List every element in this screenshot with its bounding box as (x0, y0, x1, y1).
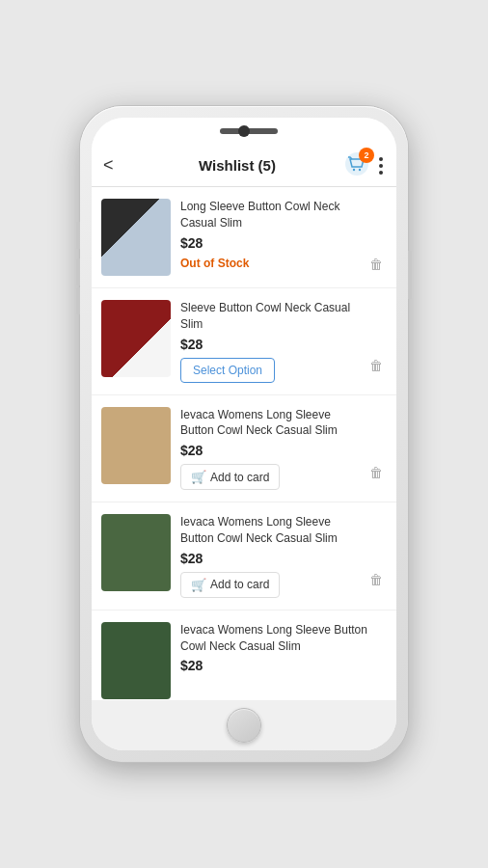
cart-btn-icon: 🛒 (191, 578, 206, 592)
item-image (101, 514, 171, 591)
delete-button[interactable]: 🗑 (366, 354, 387, 377)
item-action-row: 🛒 Add to card (180, 572, 356, 598)
item-details: Ievaca Womens Long Sleeve Button Cowl Ne… (180, 407, 356, 491)
item-name: Long Sleeve Button Cowl Neck Casual Slim (180, 199, 356, 231)
item-right: 🗑 (366, 514, 387, 591)
phone-frame: < Wishlist (5) 2 (80, 106, 408, 762)
wishlist-item: Sleeve Button Cowl Neck Casual Slim $28 … (92, 288, 396, 395)
delete-button[interactable]: 🗑 (366, 568, 387, 591)
item-price: $28 (180, 337, 356, 352)
item-price: $28 (180, 443, 356, 458)
app-header: < Wishlist (5) 2 (92, 145, 396, 187)
home-button[interactable] (227, 708, 261, 743)
svg-point-1 (353, 168, 355, 170)
add-to-cart-button[interactable]: 🛒 Add to card (180, 464, 280, 490)
item-right: 🗑 (366, 199, 387, 276)
item-action-row: 🛒 Add to card (180, 464, 356, 490)
item-image (101, 300, 171, 377)
cart-button[interactable]: 2 (344, 151, 369, 180)
wishlist-list: Long Sleeve Button Cowl Neck Casual Slim… (92, 187, 396, 700)
item-right: 🗑 (366, 407, 387, 484)
item-name: Sleeve Button Cowl Neck Casual Slim (180, 300, 356, 333)
back-button[interactable]: < (103, 155, 130, 176)
delete-button[interactable]: 🗑 (366, 461, 387, 484)
delete-button[interactable]: 🗑 (366, 253, 387, 276)
more-menu-button[interactable] (377, 155, 385, 176)
item-action-row: Out of Stock (180, 257, 356, 270)
wishlist-item: Ievaca Womens Long Sleeve Button Cowl Ne… (92, 610, 396, 700)
page-title: Wishlist (5) (199, 157, 276, 174)
phone-screen: < Wishlist (5) 2 (92, 118, 396, 750)
cart-badge: 2 (359, 148, 374, 163)
item-name: Ievaca Womens Long Sleeve Button Cowl Ne… (180, 407, 356, 440)
wishlist-item: Ievaca Womens Long Sleeve Button Cowl Ne… (92, 395, 396, 503)
item-image (101, 199, 171, 276)
add-to-cart-label: Add to card (210, 578, 269, 591)
item-action-row: Select Option (180, 358, 356, 383)
item-details: Ievaca Womens Long Sleeve Button Cowl Ne… (180, 622, 377, 674)
wishlist-item: Long Sleeve Button Cowl Neck Casual Slim… (92, 187, 396, 288)
wishlist-item: Ievaca Womens Long Sleeve Button Cowl Ne… (92, 502, 396, 610)
item-details: Long Sleeve Button Cowl Neck Casual Slim… (180, 199, 356, 270)
status-bar (92, 118, 396, 145)
home-button-area (92, 700, 396, 750)
svg-point-2 (359, 168, 361, 170)
item-image (101, 407, 171, 484)
item-right: 🗑 (366, 300, 387, 377)
item-price: $28 (180, 551, 356, 566)
item-name: Ievaca Womens Long Sleeve Button Cowl Ne… (180, 514, 356, 547)
cart-btn-icon: 🛒 (191, 470, 206, 484)
item-name: Ievaca Womens Long Sleeve Button Cowl Ne… (180, 622, 377, 655)
camera (238, 125, 250, 137)
item-image (101, 622, 171, 699)
select-option-button[interactable]: Select Option (180, 358, 275, 383)
item-price: $28 (180, 235, 356, 251)
item-details: Sleeve Button Cowl Neck Casual Slim $28 … (180, 300, 356, 383)
out-of-stock-label: Out of Stock (180, 257, 249, 270)
header-actions: 2 (344, 151, 385, 180)
add-to-cart-label: Add to card (210, 471, 269, 484)
item-price: $28 (180, 658, 377, 673)
add-to-cart-button[interactable]: 🛒 Add to card (180, 572, 280, 598)
item-details: Ievaca Womens Long Sleeve Button Cowl Ne… (180, 514, 356, 598)
